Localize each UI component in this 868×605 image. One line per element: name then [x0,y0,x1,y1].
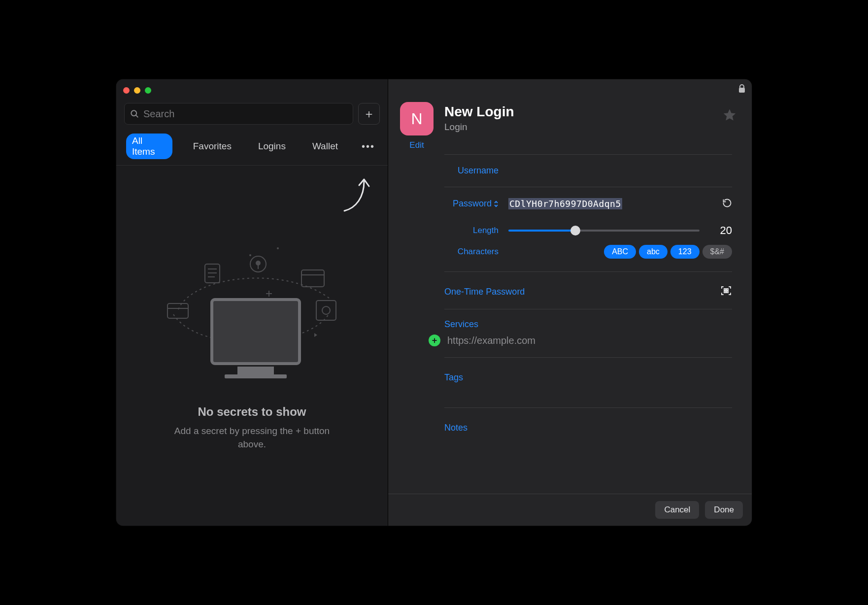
characters-label: Characters [444,247,499,257]
edit-avatar-link[interactable]: Edit [409,140,424,150]
service-row[interactable]: + https://example.com [429,333,747,357]
password-value[interactable]: CDlYH0r7h6997D0Adqn5 [508,198,622,209]
svg-rect-11 [301,270,324,287]
done-button[interactable]: Done [705,501,743,519]
svg-rect-22 [727,289,728,290]
window-zoom-button[interactable] [145,87,151,94]
otp-label: One-Time Password [444,287,525,297]
item-title[interactable]: New Login [444,104,711,120]
char-upper-toggle[interactable]: ABC [604,245,636,259]
window-minimize-button[interactable] [134,87,140,94]
tags-label[interactable]: Tags [444,358,747,407]
service-placeholder: https://example.com [447,335,535,346]
tabs: All Items Favorites Logins Wallet ••• [116,125,388,166]
username-row[interactable]: Username [444,155,747,187]
favorite-star-icon[interactable] [722,108,737,126]
characters-row: Characters ABC abc 123 $&# [444,241,747,271]
svg-point-14 [322,306,330,314]
item-avatar[interactable]: N [400,102,434,135]
svg-rect-13 [316,301,336,320]
length-value: 20 [717,224,732,237]
cancel-button[interactable]: Cancel [655,501,699,519]
svg-rect-24 [727,291,728,293]
titlebar [116,79,388,94]
search-field[interactable] [124,103,353,125]
tab-wallet[interactable]: Wallet [306,139,344,154]
empty-subtitle: Add a secret by pressing the + button ab… [173,425,331,451]
lock-icon[interactable] [738,84,746,95]
svg-line-1 [136,115,138,117]
length-slider[interactable] [508,230,700,232]
app-window: ＋ All Items Favorites Logins Wallet ••• [116,79,752,526]
svg-rect-17 [212,300,300,364]
search-input[interactable] [143,108,348,120]
char-symbols-toggle[interactable]: $&# [702,245,732,259]
svg-rect-20 [739,88,745,93]
length-row: Length 20 [444,220,747,241]
svg-rect-23 [724,291,726,293]
empty-title: No secrets to show [198,405,306,419]
otp-row[interactable]: One-Time Password [444,272,747,302]
char-lower-toggle[interactable]: abc [639,245,668,259]
chevron-updown-icon [494,201,499,207]
item-type-label: Login [444,122,711,133]
empty-illustration [159,240,346,390]
footer: Cancel Done [388,494,752,526]
empty-state: No secrets to show Add a secret by press… [116,166,388,526]
window-close-button[interactable] [123,87,130,94]
char-digits-toggle[interactable]: 123 [670,245,700,259]
add-service-icon[interactable]: + [429,335,440,346]
regenerate-icon[interactable] [722,198,732,210]
search-icon [130,109,139,119]
search-row: ＋ [116,94,388,125]
svg-rect-18 [237,367,274,375]
tab-favorites[interactable]: Favorites [187,139,237,154]
tab-more[interactable]: ••• [359,141,378,152]
svg-point-16 [277,247,279,249]
password-row[interactable]: Password CDlYH0r7h6997D0Adqn5 [444,187,747,220]
tab-all-items[interactable]: All Items [126,134,172,159]
sidebar: ＋ All Items Favorites Logins Wallet ••• [116,79,388,526]
svg-point-15 [249,254,251,256]
tab-logins[interactable]: Logins [252,139,292,154]
arrow-hint-icon [341,175,371,216]
detail-pane: N Edit New Login Login Username Password [388,79,752,526]
qr-scan-icon[interactable] [720,285,732,299]
services-label: Services [444,309,747,333]
add-item-button[interactable]: ＋ [358,103,380,125]
svg-rect-2 [167,303,188,318]
svg-rect-21 [724,289,726,290]
password-label[interactable]: Password [444,199,499,209]
username-label: Username [444,166,499,176]
svg-point-9 [256,261,260,265]
length-label: Length [444,226,499,235]
notes-label[interactable]: Notes [444,408,747,458]
svg-rect-19 [225,374,287,378]
